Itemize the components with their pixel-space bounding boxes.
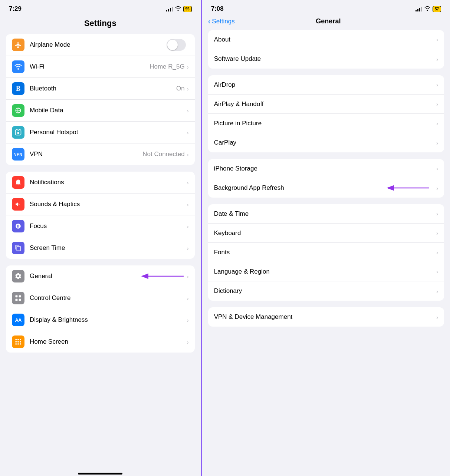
- wifi-row[interactable]: Wi-Fi Home R_5G ›: [6, 56, 195, 78]
- toggle-knob: [167, 40, 178, 50]
- svg-point-2: [17, 132, 19, 134]
- dictionary-label: Dictionary: [214, 287, 436, 295]
- keyboard-label: Keyboard: [214, 229, 436, 237]
- software-update-row[interactable]: Software Update ›: [208, 49, 444, 69]
- bluetooth-icon: B: [12, 82, 24, 95]
- display-label: Display & Brightness: [30, 316, 187, 324]
- notifications-chevron: ›: [187, 179, 189, 186]
- wifi-icon: [12, 60, 24, 73]
- right-page-title: General: [235, 17, 422, 25]
- vpn-row[interactable]: VPN VPN Not Connected ›: [6, 143, 195, 165]
- left-panel: 7:29 55 Settings: [0, 0, 201, 476]
- iphone-storage-row[interactable]: iPhone Storage ›: [208, 159, 444, 178]
- wifi-value: Home R_5G: [150, 63, 184, 70]
- left-status-icons: 55: [166, 6, 192, 12]
- screen-time-label: Screen Time: [30, 244, 187, 252]
- dictionary-row[interactable]: Dictionary ›: [208, 281, 444, 301]
- display-chevron: ›: [187, 317, 189, 323]
- right-status-bar: 7:08 57: [202, 0, 450, 16]
- right-time: 7:08: [211, 5, 224, 13]
- left-status-bar: 7:29 55: [0, 0, 201, 16]
- svg-rect-10: [16, 341, 17, 342]
- airdrop-chevron: ›: [436, 82, 438, 88]
- about-row[interactable]: About ›: [208, 30, 444, 49]
- home-screen-row[interactable]: Home Screen ›: [6, 331, 195, 353]
- left-page-title: Settings: [0, 16, 201, 34]
- svg-rect-7: [16, 339, 17, 340]
- network-group: Airplane Mode Wi-Fi Home R_5G ›: [6, 34, 195, 165]
- svg-rect-6: [19, 299, 21, 301]
- screen-time-chevron: ›: [187, 245, 189, 251]
- control-centre-icon: [12, 292, 24, 304]
- carplay-chevron: ›: [436, 140, 438, 146]
- picture-in-picture-label: Picture in Picture: [214, 120, 436, 127]
- home-screen-label: Home Screen: [30, 338, 187, 346]
- fonts-label: Fonts: [214, 249, 436, 256]
- date-time-label: Date & Time: [214, 210, 436, 218]
- notifications-row[interactable]: Notifications ›: [6, 172, 195, 194]
- svg-rect-12: [20, 341, 21, 342]
- display-icon: AA: [12, 314, 24, 326]
- general-chevron: ›: [187, 273, 189, 280]
- screen-time-icon: [12, 242, 24, 254]
- left-home-indicator: [0, 470, 201, 476]
- background-refresh-row[interactable]: Background App Refresh ›: [208, 178, 444, 198]
- svg-rect-9: [20, 339, 21, 340]
- language-region-chevron: ›: [436, 268, 438, 275]
- bluetooth-row[interactable]: B Bluetooth On ›: [6, 78, 195, 100]
- background-refresh-label: Background App Refresh: [214, 184, 436, 192]
- software-update-label: Software Update: [214, 55, 436, 63]
- picture-in-picture-row[interactable]: Picture in Picture ›: [208, 114, 444, 133]
- left-time: 7:29: [9, 5, 22, 13]
- airplane-mode-row[interactable]: Airplane Mode: [6, 34, 195, 56]
- personal-hotspot-label: Personal Hotspot: [30, 129, 187, 136]
- general-row[interactable]: General ›: [6, 265, 195, 287]
- vpn-icon: VPN: [12, 148, 24, 161]
- vpn-device-label: VPN & Device Management: [214, 313, 436, 321]
- fonts-row[interactable]: Fonts ›: [208, 243, 444, 262]
- keyboard-row[interactable]: Keyboard ›: [208, 224, 444, 243]
- airdrop-row[interactable]: AirDrop ›: [208, 75, 444, 95]
- connectivity-group: AirDrop › AirPlay & Handoff › Picture in…: [208, 75, 444, 152]
- right-panel: 7:08 57 ‹ Settings General: [202, 0, 450, 476]
- control-centre-row[interactable]: Control Centre ›: [6, 287, 195, 309]
- home-screen-icon: [12, 335, 24, 348]
- airplay-handoff-row[interactable]: AirPlay & Handoff ›: [208, 95, 444, 114]
- focus-chevron: ›: [187, 223, 189, 229]
- home-screen-chevron: ›: [187, 339, 189, 345]
- left-settings-content: Airplane Mode Wi-Fi Home R_5G ›: [0, 34, 201, 470]
- display-row[interactable]: AA Display & Brightness ›: [6, 309, 195, 331]
- wifi-chevron: ›: [187, 64, 189, 70]
- about-group: About › Software Update ›: [208, 30, 444, 69]
- carplay-row[interactable]: CarPlay ›: [208, 133, 444, 152]
- screen-time-row[interactable]: Screen Time ›: [6, 237, 195, 259]
- about-label: About: [214, 36, 436, 43]
- focus-row[interactable]: Focus ›: [6, 215, 195, 237]
- language-region-row[interactable]: Language & Region ›: [208, 262, 444, 281]
- wifi-label: Wi-Fi: [30, 63, 150, 70]
- general-label: General: [30, 272, 187, 280]
- mobile-data-icon: [12, 104, 24, 117]
- airplane-mode-toggle[interactable]: [167, 39, 186, 51]
- wifi-status-icon: [175, 6, 181, 12]
- bluetooth-chevron: ›: [187, 86, 189, 92]
- mobile-data-chevron: ›: [187, 108, 189, 114]
- sounds-chevron: ›: [187, 201, 189, 208]
- date-time-row[interactable]: Date & Time ›: [208, 204, 444, 224]
- language-region-label: Language & Region: [214, 268, 436, 275]
- airplay-handoff-label: AirPlay & Handoff: [214, 100, 436, 108]
- right-nav: ‹ Settings General: [202, 16, 450, 30]
- vpn-device-row[interactable]: VPN & Device Management ›: [208, 307, 444, 327]
- sounds-row[interactable]: Sounds & Haptics ›: [6, 194, 195, 215]
- about-chevron: ›: [436, 36, 438, 43]
- iphone-storage-label: iPhone Storage: [214, 165, 436, 172]
- personal-hotspot-row[interactable]: Personal Hotspot ›: [6, 122, 195, 143]
- svg-rect-15: [20, 343, 21, 344]
- home-bar: [78, 473, 122, 475]
- mobile-data-row[interactable]: Mobile Data ›: [6, 100, 195, 122]
- storage-group: iPhone Storage › Background App Refresh …: [208, 159, 444, 198]
- airdrop-label: AirDrop: [214, 81, 436, 89]
- sounds-icon: [12, 198, 24, 211]
- back-button[interactable]: ‹ Settings: [208, 17, 235, 26]
- airplane-mode-icon: [12, 39, 24, 51]
